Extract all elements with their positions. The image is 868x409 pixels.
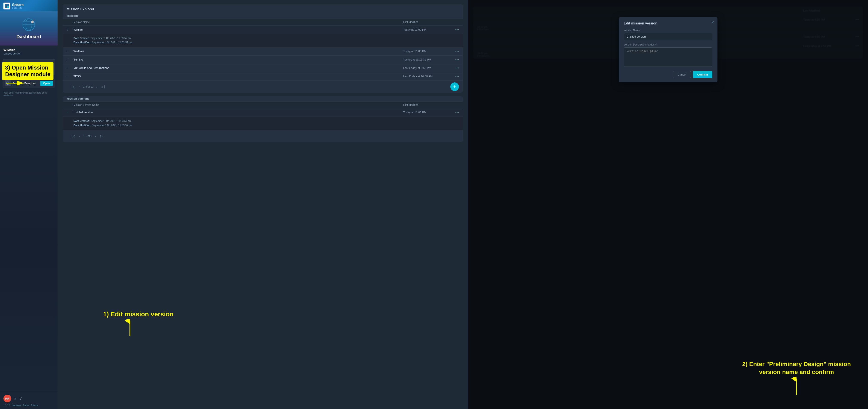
svg-rect-1	[7, 4, 9, 6]
mission-expanded-details: Date Created: September 14th 2021, 11:03…	[63, 34, 463, 47]
right-panel: Last Modified Today at 9:55 PM ••• :54:0…	[468, 0, 868, 409]
user-avatar[interactable]: RR	[3, 395, 11, 402]
version-date-modified-label: Date Modified:	[73, 124, 91, 127]
svg-point-9	[31, 21, 34, 23]
mission-menu-dots[interactable]: •••	[446, 58, 459, 62]
mission-name-cell: Wildfire	[73, 28, 403, 31]
modal-buttons: Cancel Confirm	[624, 71, 712, 78]
version-text: v 1.6.0	[3, 404, 10, 406]
date-created-label: Date Created:	[73, 37, 90, 40]
versions-last-page-btn[interactable]: ▷|	[99, 134, 105, 138]
cancel-button[interactable]: Cancel	[673, 71, 691, 78]
versions-prev-page-btn[interactable]: ‹	[78, 134, 82, 138]
missions-section-label: Missions	[63, 13, 463, 19]
mission-menu-dots[interactable]: •••	[446, 74, 459, 78]
sidebar: Sedaro Satellite Dashboard Wildfire Unti…	[0, 0, 58, 409]
logo-icon	[3, 3, 10, 9]
pagination-controls: |◁ ‹ 1-5 of 10 › ▷|	[67, 82, 110, 91]
version-name-label: Version Name	[624, 29, 712, 32]
home-icon[interactable]: ⌂	[14, 396, 16, 401]
mission-versions-panel: Mission Versions Mission Version Name La…	[63, 96, 463, 142]
svg-rect-0	[5, 4, 7, 6]
version-date-created-label: Date Created:	[73, 120, 90, 123]
modules-note: Your other modules will appear here once…	[0, 90, 58, 98]
first-page-btn[interactable]: |◁	[70, 84, 76, 89]
table-row[interactable]: ∨ Untitled version Today at 11:03 PM •••	[63, 108, 463, 117]
next-page-btn[interactable]: ›	[95, 84, 99, 89]
project-name: Wildfire	[3, 48, 54, 52]
open-module-button[interactable]: Open	[40, 81, 53, 86]
add-mission-button[interactable]: +	[450, 82, 459, 91]
modal-title: Edit mission version	[624, 22, 712, 25]
pagination-text: 1-5 of 10	[83, 85, 93, 88]
table-row[interactable]: › TESS Last Friday at 10:48 AM •••	[63, 72, 463, 81]
mission-menu-dots[interactable]: •••	[446, 28, 459, 32]
svg-rect-3	[7, 6, 9, 8]
description-label: Version Description (optional)	[624, 43, 712, 46]
expand-icon: ∨	[67, 28, 73, 31]
missions-table-header: Mission Name Last Modified	[63, 19, 463, 26]
mission-name-header: Mission Name	[73, 21, 403, 24]
modal-close-button[interactable]: ✕	[711, 20, 714, 25]
logo-sub: Satellite	[12, 7, 24, 9]
table-row[interactable]: › M1: Orbits and Perturbations Last Frid…	[63, 64, 463, 72]
project-version: Untitled version	[3, 52, 54, 55]
date-modified-label: Date Modified:	[73, 41, 91, 44]
mission-date-cell: Last Friday at 2:53 PM	[403, 66, 446, 70]
mission-explorer-title: Mission Explorer	[63, 4, 463, 13]
modal-overlay: Edit mission version ✕ Version Name Vers…	[468, 0, 868, 409]
expand-icon: ›	[67, 67, 73, 70]
last-page-btn[interactable]: ▷|	[100, 84, 106, 89]
module-icon	[5, 80, 11, 86]
version-name-cell: Untitled version	[73, 111, 403, 114]
version-expanded-details: Date Created: September 14th 2021, 11:03…	[63, 117, 463, 130]
versions-first-page-btn[interactable]: |◁	[70, 134, 76, 138]
expand-icon: ∨	[67, 111, 73, 114]
sidebar-header: Sedaro Satellite	[0, 0, 58, 11]
help-icon[interactable]: ?	[20, 396, 22, 401]
versions-pagination-controls: |◁ ‹ 1-1 of 1 › ▷|	[67, 132, 108, 140]
mission-name-cell: Wildfire2	[73, 49, 403, 53]
expand-icon: ›	[67, 75, 73, 78]
mission-explorer-panel: Mission Explorer Missions Mission Name L…	[63, 4, 463, 93]
licensing-link[interactable]: Licensing	[11, 404, 21, 406]
table-row[interactable]: › Wildfire2 Today at 11:03 PM •••	[63, 47, 463, 56]
mission-name-cell: TESS	[73, 75, 403, 78]
table-row[interactable]: › SurfSat Yesterday at 11:36 PM •••	[63, 56, 463, 64]
terms-link[interactable]: Terms	[23, 404, 29, 406]
logo-text: Sedaro	[12, 3, 24, 7]
tip-header: ⓘ Developer Tip	[5, 62, 52, 65]
link-separator-2: |	[30, 404, 30, 406]
privacy-link[interactable]: Privacy	[31, 404, 38, 406]
mission-date-cell: Today at 11:03 PM	[403, 49, 446, 53]
table-row[interactable]: ∨ Wildfire Today at 11:03 PM •••	[63, 26, 463, 34]
globe-icon	[21, 17, 36, 32]
mission-menu-dots[interactable]: •••	[446, 49, 459, 53]
versions-panel-footer: |◁ ‹ 1-1 of 1 › ▷|	[63, 130, 463, 142]
mission-name-cell: M1: Orbits and Perturbations	[73, 66, 403, 70]
module-name: Mission Designer	[13, 81, 38, 85]
dashboard-banner: Dashboard	[0, 11, 58, 45]
version-menu-dots[interactable]: •••	[446, 110, 459, 114]
version-name-input[interactable]	[624, 33, 712, 40]
main-content: Mission Explorer Missions Mission Name L…	[58, 0, 468, 409]
versions-pagination-text: 1-1 of 1	[83, 135, 92, 138]
footer-icons: ⌂ ?	[14, 396, 22, 401]
expand-icon: ›	[67, 58, 73, 61]
tip-icon: ⓘ	[5, 62, 8, 65]
prev-page-btn[interactable]: ‹	[78, 84, 82, 89]
mission-name-cell: SurfSat	[73, 58, 403, 61]
tip-text: Be sure to give descriptive names to you…	[5, 66, 52, 72]
versions-section-label: Mission Versions	[63, 96, 463, 102]
svg-rect-2	[5, 6, 7, 8]
confirm-button[interactable]: Confirm	[693, 71, 712, 78]
description-textarea[interactable]	[624, 47, 712, 67]
mission-menu-dots[interactable]: •••	[446, 66, 459, 70]
link-separator-1: |	[22, 404, 22, 406]
footer-links: Licensing | Terms | Privacy	[11, 404, 38, 406]
sedaro-logo: Sedaro Satellite	[3, 3, 24, 9]
developer-tip: ⓘ Developer Tip Be sure to give descript…	[3, 59, 55, 75]
versions-next-page-btn[interactable]: ›	[94, 134, 97, 138]
mission-date-cell: Yesterday at 11:36 PM	[403, 58, 446, 61]
version-date-cell: Today at 11:03 PM	[403, 111, 446, 114]
